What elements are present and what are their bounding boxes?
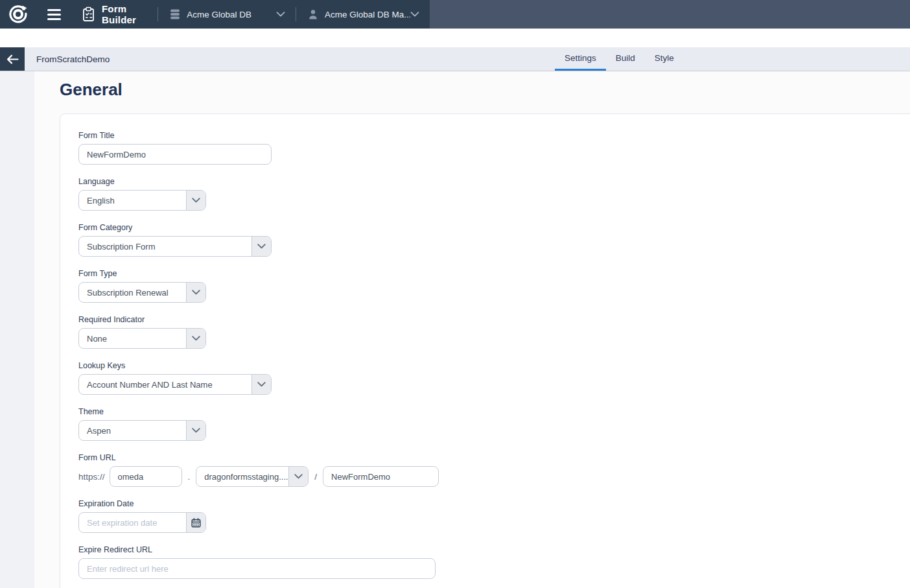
expire-redirect-url-label: Expire Redirect URL [78, 545, 910, 554]
clipboard-form-icon [82, 6, 95, 22]
database-icon [170, 9, 180, 19]
field-expiration-date: Expiration Date [78, 499, 910, 533]
chevron-down-icon [251, 237, 271, 256]
url-path-input[interactable] [323, 466, 439, 487]
page-title: FromScratchDemo [36, 54, 110, 64]
expiration-date-label: Expiration Date [78, 499, 910, 508]
chevron-down-icon [276, 12, 285, 17]
chevron-down-icon [186, 329, 205, 348]
form-category-select-value: Subscription Form [79, 237, 251, 256]
chevron-down-icon [186, 421, 205, 440]
chevron-down-icon [288, 467, 308, 486]
form-category-label: Form Category [78, 223, 910, 232]
chevron-down-icon [186, 191, 205, 210]
field-required-indicator: Required Indicator None [78, 315, 910, 349]
language-select[interactable]: English [78, 190, 206, 211]
form-type-label: Form Type [78, 269, 910, 278]
form-type-select[interactable]: Subscription Renewal [78, 282, 206, 303]
top-gap [0, 29, 910, 47]
content-area: General Form Title Language English Form… [34, 71, 910, 588]
header-tabs: Settings Build Style [555, 47, 684, 71]
url-subdomain-input[interactable] [110, 466, 182, 487]
arrow-left-icon [6, 54, 19, 64]
form-title-label: Form Title [78, 131, 910, 140]
hamburger-menu-icon[interactable] [45, 6, 64, 23]
language-label: Language [78, 177, 910, 186]
section-heading: General [60, 80, 910, 100]
module-label: Form Builder [102, 3, 146, 25]
form-type-select-value: Subscription Renewal [79, 283, 186, 302]
field-lookup-keys: Lookup Keys Account Number AND Last Name [78, 361, 910, 395]
database-selector-value: Acme Global DB [187, 10, 276, 19]
form-url-row: https:// . dragonformsstaging.... / [78, 466, 910, 487]
general-settings-card: Form Title Language English Form Categor… [60, 113, 910, 588]
lookup-keys-select-value: Account Number AND Last Name [79, 375, 251, 394]
field-form-type: Form Type Subscription Renewal [78, 269, 910, 303]
lookup-keys-label: Lookup Keys [78, 361, 910, 370]
left-side-strip [0, 71, 34, 588]
calendar-icon[interactable] [186, 513, 205, 532]
expiration-date-input[interactable] [79, 513, 186, 532]
tab-style[interactable]: Style [645, 47, 684, 71]
url-domain-select[interactable]: dragonformsstaging.... [196, 466, 309, 487]
top-navbar: Form Builder Acme Global DB [0, 0, 910, 29]
field-form-category: Form Category Subscription Form [78, 223, 910, 257]
chevron-down-icon [251, 375, 271, 394]
database-selector[interactable]: Acme Global DB [158, 9, 296, 19]
form-url-label: Form URL [78, 453, 910, 462]
required-indicator-select-value: None [79, 329, 186, 348]
chevron-down-icon [186, 283, 205, 302]
theme-select[interactable]: Aspen [78, 420, 206, 441]
user-selector-value: Acme Global DB Ma... [325, 10, 410, 19]
field-form-url: Form URL https:// . dragonformsstaging..… [78, 453, 910, 487]
form-title-input[interactable] [78, 144, 272, 165]
field-theme: Theme Aspen [78, 407, 910, 441]
url-dot-separator: . [188, 472, 191, 482]
navbar-active-section: Form Builder Acme Global DB [0, 0, 430, 29]
url-protocol: https:// [78, 472, 105, 482]
form-category-select[interactable]: Subscription Form [78, 236, 272, 257]
form-header-bar: FromScratchDemo Settings Build Style [0, 47, 910, 71]
expiration-date-group [78, 512, 206, 533]
tab-settings[interactable]: Settings [555, 47, 606, 71]
expire-redirect-url-input[interactable] [78, 558, 436, 579]
lookup-keys-select[interactable]: Account Number AND Last Name [78, 374, 272, 395]
required-indicator-select[interactable]: None [78, 328, 206, 349]
omeda-logo-icon[interactable] [8, 5, 28, 24]
main-region: General Form Title Language English Form… [0, 71, 910, 588]
field-expire-redirect-url: Expire Redirect URL [78, 545, 910, 579]
back-button[interactable] [0, 47, 25, 71]
field-form-title: Form Title [78, 131, 910, 165]
module-switcher[interactable]: Form Builder [82, 3, 146, 25]
url-slash-separator: / [314, 472, 317, 482]
url-domain-select-value: dragonformsstaging.... [196, 467, 288, 486]
required-indicator-label: Required Indicator [78, 315, 910, 324]
navbar-spacer [430, 0, 910, 29]
tab-build[interactable]: Build [606, 47, 645, 71]
theme-label: Theme [78, 407, 910, 416]
theme-select-value: Aspen [79, 421, 186, 440]
language-select-value: English [79, 191, 186, 210]
chevron-down-icon [410, 12, 419, 17]
person-icon [308, 9, 318, 19]
user-selector[interactable]: Acme Global DB Ma... [296, 9, 430, 19]
field-language: Language English [78, 177, 910, 211]
